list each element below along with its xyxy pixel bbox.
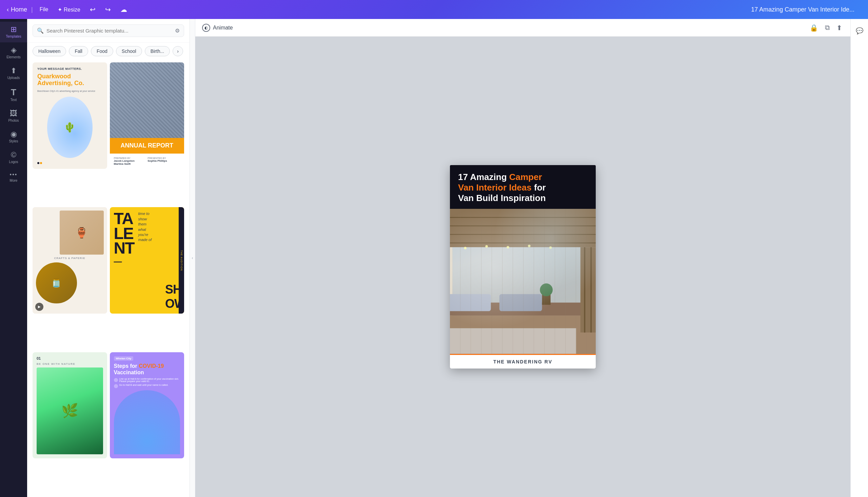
tag-halloween[interactable]: Halloween bbox=[32, 46, 66, 56]
search-input[interactable] bbox=[46, 28, 172, 33]
share-icon[interactable]: ⬆ bbox=[835, 23, 843, 33]
sidebar-item-label: Uploads bbox=[8, 76, 20, 80]
undo-button[interactable]: ↩ bbox=[87, 4, 98, 15]
styles-icon: ◉ bbox=[11, 130, 17, 138]
talent-italic: time toshowthemwhatyou'remade of bbox=[138, 211, 152, 310]
qw-circle-icon: 🌵 bbox=[64, 122, 76, 133]
qw-decoration bbox=[37, 162, 102, 164]
qw-top-text: YOUR MESSAGE MATTERS. bbox=[37, 67, 102, 71]
file-menu[interactable]: File bbox=[37, 5, 51, 14]
more-icon: ••• bbox=[10, 172, 18, 177]
sidebar-item-label: Text bbox=[11, 98, 17, 102]
tag-food[interactable]: Food bbox=[91, 46, 113, 56]
covid-header: Whelan City bbox=[114, 356, 180, 361]
covid-step2: Go to Hall B and wait until your name is… bbox=[114, 384, 180, 388]
redo-button[interactable]: ↪ bbox=[102, 4, 114, 15]
template-card-quarkwood[interactable]: YOUR MESSAGE MATTERS. Quarkwood Advertis… bbox=[32, 62, 107, 169]
canvas-title-line1: 17 Amazing Camper bbox=[458, 172, 587, 182]
resize-button[interactable]: ✦ Resize bbox=[55, 5, 83, 14]
sidebar-item-elements[interactable]: ◈ Elements bbox=[0, 42, 27, 63]
canvas-footer: THE WANDERING RV bbox=[450, 354, 596, 369]
duplicate-icon[interactable]: ⧉ bbox=[824, 23, 831, 33]
canvas-card[interactable]: 17 Amazing Camper Van Interior Ideas for… bbox=[450, 165, 596, 369]
animate-icon: ◐ bbox=[202, 24, 210, 32]
topbar-divider: | bbox=[31, 6, 33, 13]
canvas-title-line2: Van Interior Ideas for bbox=[458, 182, 587, 193]
template-card-talent[interactable]: TALENT — time toshowthemwhatyou'remade o… bbox=[110, 207, 184, 314]
footer-brand: THE WANDERING RV bbox=[493, 359, 552, 365]
sidebar-item-logos[interactable]: © Logos bbox=[0, 147, 27, 168]
cloud-save-icon: ☁ bbox=[118, 4, 130, 15]
sidebar-item-label: More bbox=[10, 179, 18, 182]
covid-logo: Whelan City bbox=[114, 356, 133, 361]
resize-label: Resize bbox=[64, 7, 80, 13]
covid-step1: Line up at Hall A for confirmation of yo… bbox=[114, 378, 180, 382]
tag-birth[interactable]: Birth... bbox=[145, 46, 170, 56]
tag-more-arrow[interactable]: › bbox=[173, 46, 183, 56]
toolbar-right: 🔒 ⧉ ⬆ bbox=[808, 23, 843, 33]
canvas-img-lines bbox=[450, 209, 596, 354]
qw-title: Quarkwood Advertising, Co. bbox=[37, 73, 102, 87]
chevron-left-icon: ‹ bbox=[7, 6, 9, 13]
filter-icon[interactable]: ⚙ bbox=[175, 27, 180, 34]
play-button[interactable]: ▶ bbox=[35, 303, 43, 311]
sidebar-item-label: Photos bbox=[8, 119, 19, 123]
crafts-image2: 🫙 bbox=[36, 262, 77, 303]
sidebar-item-label: Elements bbox=[6, 55, 21, 59]
sidebar-item-text[interactable]: T Text bbox=[0, 84, 27, 106]
resize-icon: ✦ bbox=[58, 7, 62, 13]
elements-icon: ◈ bbox=[11, 46, 17, 54]
talent-side-text: THE AUDITION bbox=[180, 250, 183, 271]
right-panel: 💬 bbox=[850, 19, 868, 497]
logos-icon: © bbox=[11, 151, 16, 159]
sidebar-item-label: Styles bbox=[9, 139, 18, 143]
topbar: ‹ Home | File ✦ Resize ↩ ↪ ☁ 17 Amazing … bbox=[0, 0, 868, 19]
template-card-crafts[interactable]: 🏺 CRAFTS & PAPERIE 🫙 ▶ bbox=[32, 207, 107, 314]
prepared-by-name2: Martina Swift bbox=[114, 162, 146, 166]
sidebar-item-uploads[interactable]: ⬆ Uploads bbox=[0, 63, 27, 84]
covid-image-area bbox=[114, 390, 180, 454]
canvas-title-line3: Van Build Inspiration bbox=[458, 193, 587, 203]
sidebar-item-templates[interactable]: ⊞ Templates bbox=[0, 22, 27, 42]
prepared-by-label: PREPARED BY bbox=[114, 157, 146, 159]
templates-icon: ⊞ bbox=[11, 26, 17, 33]
home-button[interactable]: ‹ Home bbox=[7, 6, 27, 13]
template-card-annual[interactable]: ANNUAL REPORT PREPARED BY Jacob Langston… bbox=[110, 62, 184, 169]
crafts-image1: 🏺 bbox=[60, 211, 104, 255]
panel-collapse-handle[interactable]: ‹ bbox=[190, 19, 195, 497]
home-label: Home bbox=[11, 6, 27, 13]
tag-fall[interactable]: Fall bbox=[69, 46, 88, 56]
search-icon: 🔍 bbox=[37, 27, 44, 34]
canvas-toolbar: ◐ Animate 🔒 ⧉ ⬆ bbox=[195, 19, 850, 37]
animate-button[interactable]: ◐ Animate bbox=[202, 24, 233, 32]
sidebar-item-styles[interactable]: ◉ Styles bbox=[0, 126, 27, 147]
annual-footer: PREPARED BY Jacob Langston Martina Swift… bbox=[110, 154, 184, 169]
lock-icon[interactable]: 🔒 bbox=[808, 23, 820, 33]
qw-sub: Beechtown City's #1 advertising agency a… bbox=[37, 89, 102, 93]
template-card-nature[interactable]: 01 BE ONE WITH NATURE 🌿 bbox=[32, 352, 107, 459]
qw-image: 🌵 bbox=[47, 97, 93, 158]
nature-image: 🌿 bbox=[37, 368, 103, 455]
template-card-covid[interactable]: Whelan City Steps for COVID-19Vaccinatio… bbox=[110, 352, 184, 459]
presented-by-name: Sophia Phillips bbox=[147, 159, 180, 162]
prepared-by-name: Jacob Langston bbox=[114, 159, 146, 162]
templates-grid: YOUR MESSAGE MATTERS. Quarkwood Advertis… bbox=[27, 60, 189, 497]
talent-dash: — bbox=[114, 257, 134, 266]
uploads-icon: ⬆ bbox=[11, 67, 17, 74]
sidebar-item-photos[interactable]: 🖼 Photos bbox=[0, 106, 27, 126]
photos-icon: 🖼 bbox=[10, 110, 17, 117]
comment-icon[interactable]: 💬 bbox=[853, 25, 866, 37]
animate-label: Animate bbox=[213, 25, 233, 31]
talent-big-text: TALENT bbox=[114, 211, 134, 255]
covid-title: Steps for COVID-19Vaccination bbox=[114, 363, 180, 375]
tags-row: Halloween Fall Food School Birth... › bbox=[27, 43, 189, 60]
covid-steps: Line up at Hall A for confirmation of yo… bbox=[114, 378, 180, 388]
tag-school[interactable]: School bbox=[116, 46, 142, 56]
sidebar-item-label: Templates bbox=[6, 34, 22, 38]
canvas-main: 17 Amazing Camper Van Interior Ideas for… bbox=[195, 37, 850, 497]
nature-tag: BE ONE WITH NATURE bbox=[37, 363, 103, 366]
annual-image bbox=[110, 62, 184, 138]
canvas-header: 17 Amazing Camper Van Interior Ideas for… bbox=[450, 165, 596, 209]
annual-banner: ANNUAL REPORT bbox=[110, 138, 184, 154]
sidebar-item-more[interactable]: ••• More bbox=[0, 168, 27, 186]
